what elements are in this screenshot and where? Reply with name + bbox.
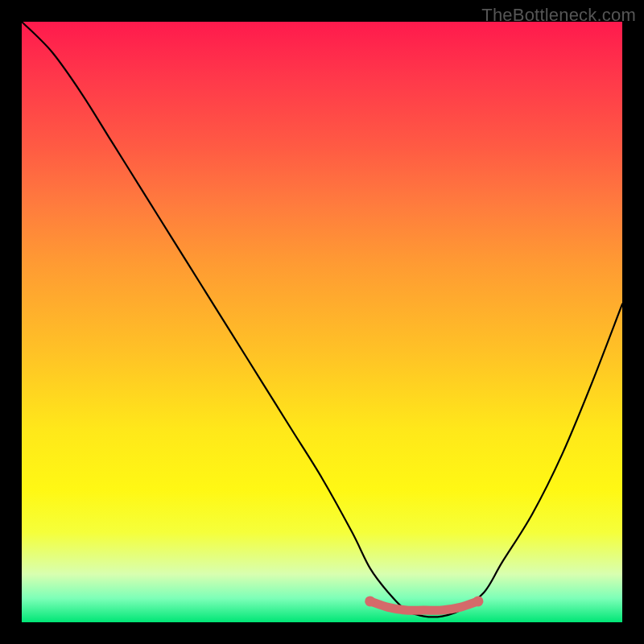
curve-main	[22, 22, 622, 617]
highlight-end-dot	[473, 596, 483, 606]
chart-frame: TheBottleneck.com	[0, 0, 644, 644]
curve-highlight	[370, 601, 478, 610]
chart-curves	[22, 22, 622, 622]
highlight-start-dot	[365, 596, 375, 606]
